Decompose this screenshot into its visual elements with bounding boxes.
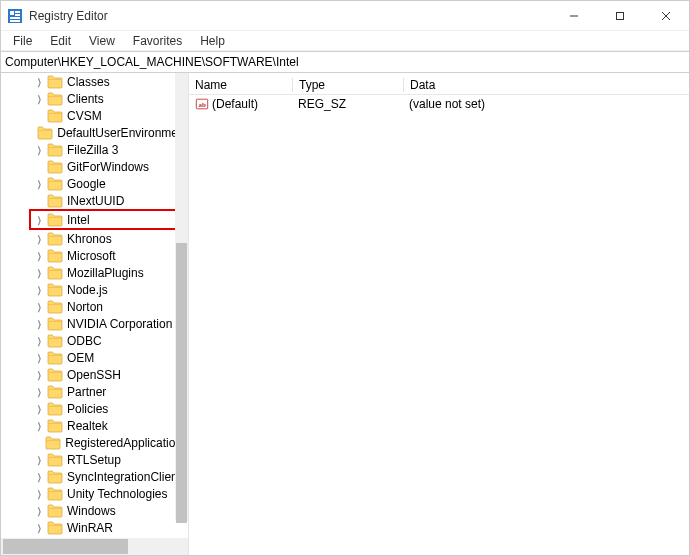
tree-item-realtek[interactable]: ❯Realtek	[1, 417, 188, 434]
chevron-right-icon[interactable]: ❯	[35, 319, 42, 329]
tree-item-mozillaplugins[interactable]: ❯MozillaPlugins	[1, 264, 188, 281]
menu-bar: File Edit View Favorites Help	[1, 31, 689, 51]
chevron-right-icon[interactable]: ❯	[35, 215, 42, 225]
column-name[interactable]: Name	[189, 78, 292, 92]
svg-rect-3	[15, 14, 20, 16]
tree-item-defaultuserenvironment[interactable]: DefaultUserEnvironment	[1, 124, 188, 141]
tree-item-label: INextUUID	[67, 194, 124, 208]
chevron-right-icon[interactable]: ❯	[35, 94, 42, 104]
tree-item-gitforwindows[interactable]: GitForWindows	[1, 158, 188, 175]
chevron-right-icon[interactable]: ❯	[35, 179, 42, 189]
folder-icon	[47, 351, 63, 365]
minimize-button[interactable]	[551, 1, 597, 30]
tree-item-label: SyncIntegrationClients	[67, 470, 187, 484]
content-area: ❯Classes❯ClientsCVSMDefaultUserEnvironme…	[1, 73, 689, 555]
chevron-right-icon[interactable]: ❯	[35, 77, 42, 87]
tree-item-filezilla-3[interactable]: ❯FileZilla 3	[1, 141, 188, 158]
maximize-button[interactable]	[597, 1, 643, 30]
chevron-right-icon[interactable]: ❯	[35, 404, 42, 414]
tree-item-label: RTLSetup	[67, 453, 121, 467]
column-data[interactable]: Data	[404, 78, 689, 92]
close-button[interactable]	[643, 1, 689, 30]
tree-item-openssh[interactable]: ❯OpenSSH	[1, 366, 188, 383]
title-bar: Registry Editor	[1, 1, 689, 31]
tree-item-label: Google	[67, 177, 106, 191]
folder-icon	[47, 160, 63, 174]
tree-item-label: ODBC	[67, 334, 102, 348]
tree-item-partner[interactable]: ❯Partner	[1, 383, 188, 400]
tree-vertical-scrollbar[interactable]	[175, 73, 188, 521]
tree-item-label: Realtek	[67, 419, 108, 433]
tree-item-label: MozillaPlugins	[67, 266, 144, 280]
tree-item-label: FileZilla 3	[67, 143, 118, 157]
tree-item-odbc[interactable]: ❯ODBC	[1, 332, 188, 349]
folder-icon	[47, 92, 63, 106]
chevron-right-icon[interactable]: ❯	[35, 387, 42, 397]
tree-item-label: Windows	[67, 504, 116, 518]
menu-edit[interactable]: Edit	[42, 33, 79, 49]
chevron-right-icon[interactable]: ❯	[35, 336, 42, 346]
tree-item-google[interactable]: ❯Google	[1, 175, 188, 192]
tree-item-label: Classes	[67, 75, 110, 89]
tree-item-winrar[interactable]: ❯WinRAR	[1, 519, 188, 536]
tree-item-syncintegrationclients[interactable]: ❯SyncIntegrationClients	[1, 468, 188, 485]
tree-item-label: GitForWindows	[67, 160, 149, 174]
folder-icon	[47, 300, 63, 314]
menu-favorites[interactable]: Favorites	[125, 33, 190, 49]
svg-rect-2	[15, 11, 20, 13]
tree-item-norton[interactable]: ❯Norton	[1, 298, 188, 315]
chevron-right-icon[interactable]: ❯	[35, 506, 42, 516]
address-bar[interactable]: Computer\HKEY_LOCAL_MACHINE\SOFTWARE\Int…	[1, 51, 689, 73]
tree-item-rtlsetup[interactable]: ❯RTLSetup	[1, 451, 188, 468]
tree-item-khronos[interactable]: ❯Khronos	[1, 230, 188, 247]
tree-item-windows[interactable]: ❯Windows	[1, 502, 188, 519]
tree-item-microsoft[interactable]: ❯Microsoft	[1, 247, 188, 264]
tree-item-intel[interactable]: ❯Intel	[31, 211, 136, 228]
tree-item-policies[interactable]: ❯Policies	[1, 400, 188, 417]
folder-icon	[45, 436, 61, 450]
list-body[interactable]: (Default)REG_SZ(value not set)	[189, 95, 689, 113]
tree-item-oem[interactable]: ❯OEM	[1, 349, 188, 366]
tree-item-registeredapplications[interactable]: RegisteredApplications	[1, 434, 188, 451]
chevron-right-icon[interactable]: ❯	[35, 455, 42, 465]
list-row[interactable]: (Default)REG_SZ(value not set)	[189, 95, 689, 113]
tree-item-label: Norton	[67, 300, 103, 314]
chevron-right-icon[interactable]: ❯	[35, 472, 42, 482]
chevron-right-icon[interactable]: ❯	[35, 285, 42, 295]
chevron-right-icon[interactable]: ❯	[35, 489, 42, 499]
folder-icon	[47, 368, 63, 382]
tree-horizontal-scrollbar[interactable]	[1, 538, 188, 555]
menu-help[interactable]: Help	[192, 33, 233, 49]
folder-icon	[47, 232, 63, 246]
folder-icon	[47, 419, 63, 433]
tree-item-nvidia-corporation[interactable]: ❯NVIDIA Corporation	[1, 315, 188, 332]
tree-item-classes[interactable]: ❯Classes	[1, 73, 188, 90]
chevron-right-icon[interactable]: ❯	[35, 523, 42, 533]
column-type[interactable]: Type	[293, 78, 403, 92]
chevron-right-icon[interactable]: ❯	[35, 251, 42, 261]
menu-file[interactable]: File	[5, 33, 40, 49]
tree-item-inextuuid[interactable]: INextUUID	[1, 192, 188, 209]
folder-icon	[47, 194, 63, 208]
chevron-right-icon[interactable]: ❯	[35, 421, 42, 431]
tree-viewport[interactable]: ❯Classes❯ClientsCVSMDefaultUserEnvironme…	[1, 73, 188, 538]
chevron-right-icon[interactable]: ❯	[35, 370, 42, 380]
tree-item-label: Unity Technologies	[67, 487, 168, 501]
chevron-right-icon[interactable]: ❯	[35, 268, 42, 278]
tree-item-label: OpenSSH	[67, 368, 121, 382]
folder-icon	[47, 504, 63, 518]
tree-item-unity-technologies[interactable]: ❯Unity Technologies	[1, 485, 188, 502]
list-panel: Name Type Data (Default)REG_SZ(value not…	[189, 73, 689, 555]
chevron-right-icon[interactable]: ❯	[35, 353, 42, 363]
tree-item-clients[interactable]: ❯Clients	[1, 90, 188, 107]
tree-item-label: Policies	[67, 402, 108, 416]
chevron-right-icon[interactable]: ❯	[35, 302, 42, 312]
chevron-right-icon[interactable]: ❯	[35, 145, 42, 155]
menu-view[interactable]: View	[81, 33, 123, 49]
tree-item-cvsm[interactable]: CVSM	[1, 107, 188, 124]
chevron-right-icon[interactable]: ❯	[35, 234, 42, 244]
folder-icon	[47, 283, 63, 297]
tree-item-label: OEM	[67, 351, 94, 365]
tree-item-node-js[interactable]: ❯Node.js	[1, 281, 188, 298]
tree-item-label: DefaultUserEnvironment	[57, 126, 188, 140]
